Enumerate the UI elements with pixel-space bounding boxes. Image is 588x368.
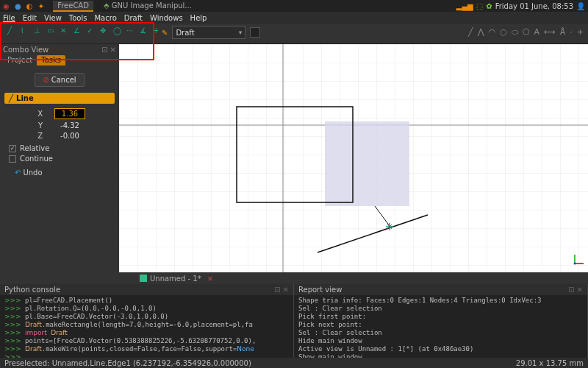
panel-controls[interactable]: ⊡ ✕ xyxy=(274,286,289,294)
tool-move[interactable]: ✥ xyxy=(100,26,108,35)
taskbar-tasks: FreeCAD ⬘ GNU Image Manipul... xyxy=(53,1,196,12)
tool-arc2[interactable]: ◠ xyxy=(489,27,496,37)
menu-tools[interactable]: Tools xyxy=(69,14,87,22)
tool-check[interactable]: ✓ xyxy=(87,26,95,35)
tool-circle[interactable]: ◯ xyxy=(113,26,121,35)
blender-icon[interactable]: ✦ xyxy=(38,2,44,10)
menu-windows[interactable]: Windows xyxy=(150,14,183,22)
tool-angle[interactable]: ∠ xyxy=(74,26,82,35)
input-x[interactable]: 1.36 xyxy=(54,108,85,119)
combo-tabs: Project Tasks xyxy=(0,55,119,66)
globe-icon[interactable]: ● xyxy=(15,2,21,10)
network-icon[interactable]: ▂▄▆ xyxy=(456,2,473,10)
tab-project[interactable]: Project xyxy=(3,55,37,66)
panel-controls[interactable]: ⊡ ✕ xyxy=(568,286,583,294)
tool-perp[interactable]: ⊥ xyxy=(34,26,42,35)
user-icon[interactable]: 👤 xyxy=(576,2,585,10)
coord-inputs: X 1.36 Y -4.32 Z -0.00 xyxy=(7,108,112,140)
clock[interactable]: Friday 01 June, 08:53 xyxy=(495,2,573,10)
status-dimensions: 29.01 x 13.75 mm xyxy=(516,359,584,367)
firefox-icon[interactable]: ◐ xyxy=(26,2,33,10)
toolbar: ╱ ⌇ ⊥ ▭ ✕ ∠ ✓ ✥ ◯ ⋯ ∡ + ✎ Draft▾ ╱ ⋀ ◠ ○… xyxy=(0,24,588,44)
tray-icon-2[interactable]: ✿ xyxy=(486,2,492,10)
debian-icon[interactable]: ◉ xyxy=(3,2,10,10)
menu-file[interactable]: File xyxy=(3,14,15,22)
menu-draft[interactable]: Draft xyxy=(124,14,143,22)
tool-point2[interactable]: · xyxy=(570,27,573,37)
tool-add[interactable]: + xyxy=(577,27,584,37)
combo-view-panel: Combo View ⊡ ✕ Project Tasks ⊘Cancel ╱ L… xyxy=(0,44,119,272)
tool-line[interactable]: ╱ xyxy=(7,26,15,35)
combo-title: Combo View xyxy=(3,46,49,54)
relative-checkbox[interactable]: ✓Relative xyxy=(9,144,110,152)
tool-dots[interactable]: ⋯ xyxy=(126,26,135,35)
panel-close-icon[interactable]: ⊡ ✕ xyxy=(101,46,116,54)
tool-wire[interactable]: ⌇ xyxy=(21,26,29,35)
cancel-button[interactable]: ⊘Cancel xyxy=(35,73,84,87)
tool-text3[interactable]: Å xyxy=(560,27,566,37)
document-icon xyxy=(140,275,147,282)
checkbox-icon xyxy=(9,155,16,163)
workbench-row: ✎ Draft▾ xyxy=(162,26,260,39)
continue-checkbox[interactable]: Continue xyxy=(9,155,110,163)
tray-icon[interactable]: ⬚ xyxy=(476,2,483,10)
menu-edit[interactable]: Edit xyxy=(23,14,37,22)
chevron-down-icon: ▾ xyxy=(239,29,243,36)
system-tray: ▂▄▆ ⬚ ✿ Friday 01 June, 08:53 👤 xyxy=(456,2,585,10)
console-title: Python console xyxy=(4,286,60,294)
input-z[interactable]: -0.00 xyxy=(54,132,85,140)
menu-help[interactable]: Help xyxy=(190,14,207,22)
label-x: X xyxy=(34,110,43,118)
report-view-body[interactable]: Shape tria info: Faces:0 Edges:1 Nodes:4… xyxy=(294,295,587,358)
tool-text2[interactable]: A xyxy=(534,27,539,37)
python-console: Python console ⊡ ✕ >>> pl=FreeCAD.Placem… xyxy=(0,284,294,358)
task-gimp[interactable]: ⬘ GNU Image Manipul... xyxy=(99,1,196,12)
menu-macro[interactable]: Macro xyxy=(94,14,116,22)
draft-color-icon[interactable]: ✎ xyxy=(162,29,168,37)
status-preselection: Preselected: Unnamed.Line.Edge1 (6.23719… xyxy=(4,359,251,367)
cancel-icon: ⊘ xyxy=(43,76,49,84)
tool-polygon[interactable]: ⬠ xyxy=(523,27,530,37)
task-freecad[interactable]: FreeCAD xyxy=(53,1,93,12)
grid-canvas xyxy=(119,44,588,272)
document-tab[interactable]: Unnamed - 1* ✕ xyxy=(135,272,218,284)
tool-rect[interactable]: ▭ xyxy=(47,26,55,35)
label-y: Y xyxy=(34,121,43,130)
status-bar: Preselected: Unnamed.Line.Edge1 (6.23719… xyxy=(0,358,588,368)
task-header[interactable]: ╱ Line xyxy=(4,93,115,104)
checkbox-icon: ✓ xyxy=(9,145,16,152)
label-z: Z xyxy=(34,132,43,140)
os-taskbar: ◉ ● ◐ ✦ FreeCAD ⬘ GNU Image Manipul... ▂… xyxy=(0,0,588,12)
tab-tasks[interactable]: Tasks xyxy=(37,55,65,66)
color-swatch[interactable] xyxy=(250,27,260,38)
tool-polyline[interactable]: ⋀ xyxy=(478,27,484,37)
tool-plus[interactable]: + xyxy=(153,26,161,35)
draft-tools-row: ╱ ⌇ ⊥ ▭ ✕ ∠ ✓ ✥ ◯ ⋯ ∡ + xyxy=(7,26,161,35)
undo-icon: ↶ xyxy=(15,169,21,177)
python-console-body[interactable]: >>> pl=FreeCAD.Placement() >>> pl.Rotati… xyxy=(0,295,293,358)
tool-dim2[interactable]: ⟷ xyxy=(544,27,556,37)
bottom-consoles: Python console ⊡ ✕ >>> pl=FreeCAD.Placem… xyxy=(0,284,588,358)
tool-circle2[interactable]: ○ xyxy=(500,27,507,37)
tool-ellipse[interactable]: ⬭ xyxy=(512,27,518,37)
svg-rect-3 xyxy=(325,121,409,206)
tool-line2[interactable]: ╱ xyxy=(468,27,473,37)
menu-bar: File Edit View Tools Macro Draft Windows… xyxy=(0,12,588,24)
geometry-tools: ╱ ⋀ ◠ ○ ⬭ ⬠ A ⟷ Å · + xyxy=(468,27,584,37)
menu-view[interactable]: View xyxy=(44,14,62,22)
os-launcher-icons[interactable]: ◉ ● ◐ ✦ xyxy=(3,2,47,10)
svg-point-11 xyxy=(574,263,576,265)
console-title: Report view xyxy=(298,286,342,294)
tool-cross[interactable]: ✕ xyxy=(60,26,68,35)
close-tab-icon[interactable]: ✕ xyxy=(207,275,213,283)
undo-button[interactable]: ↶Undo xyxy=(9,167,49,178)
workbench-selector[interactable]: Draft▾ xyxy=(172,26,245,39)
line-icon: ╱ xyxy=(9,94,13,102)
tool-angle2[interactable]: ∡ xyxy=(140,26,148,35)
input-y[interactable]: -4.32 xyxy=(54,121,85,130)
3d-viewport[interactable] xyxy=(119,44,588,272)
report-view: Report view ⊡ ✕ Shape tria info: Faces:0… xyxy=(294,284,588,358)
